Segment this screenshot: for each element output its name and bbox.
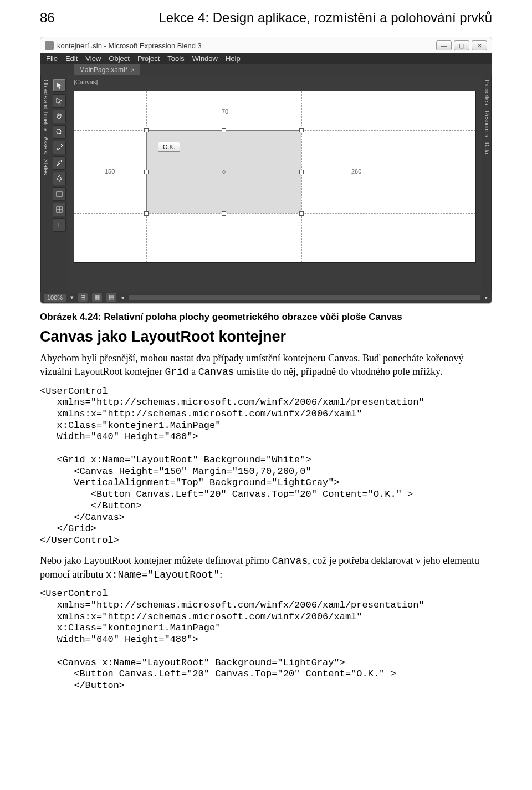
zoom-level[interactable]: 100% — [44, 294, 66, 302]
tool-pan[interactable] — [53, 110, 66, 123]
tool-eyedropper[interactable] — [53, 141, 66, 154]
menu-window[interactable]: Window — [192, 54, 218, 63]
resize-handle[interactable] — [144, 211, 149, 216]
maximize-button[interactable]: ▢ — [454, 40, 469, 50]
breadcrumb[interactable]: [Canvas] — [74, 79, 98, 85]
tool-selection[interactable] — [53, 79, 66, 92]
document-tabs: MainPage.xaml* × — [40, 64, 492, 75]
tool-text[interactable]: T — [53, 218, 66, 232]
text: umístíte do něj, případně do vhodného po… — [234, 366, 442, 377]
svg-line-1 — [60, 133, 63, 135]
page-header: 86 Lekce 4: Design aplikace, rozmístění … — [0, 0, 532, 32]
scroll-left-icon[interactable]: ◂ — [121, 294, 124, 301]
svg-text:T: T — [57, 222, 61, 228]
zoom-chevron-icon[interactable]: ▾ — [70, 294, 74, 301]
view-snap-icon[interactable]: ▤ — [106, 293, 116, 302]
menu-file[interactable]: File — [46, 54, 58, 63]
svg-point-0 — [57, 129, 61, 134]
measure-right: 260 — [351, 168, 361, 175]
paragraph-1: Abychom byli přesnější, mohou nastat dva… — [40, 352, 492, 379]
text: a — [189, 366, 198, 377]
design-surface[interactable]: [Canvas] 150 70 260 O.K. — [68, 75, 482, 292]
view-grid-icon[interactable]: ⊞ — [78, 293, 88, 302]
tab-close-icon[interactable]: × — [131, 67, 134, 73]
panel-data[interactable]: Data — [483, 142, 490, 154]
ok-button[interactable]: O.K. — [158, 142, 180, 152]
tool-brush[interactable] — [53, 156, 66, 170]
menubar: File Edit View Object Project Tools Wind… — [40, 53, 492, 64]
left-panel-strip: Objects and Timeline Assets States — [40, 75, 50, 292]
guide-right — [301, 91, 302, 262]
figure-caption: Obrázek 4.24: Relativní poloha plochy ge… — [40, 312, 492, 323]
tab-label: MainPage.xaml* — [79, 66, 127, 74]
resize-handle[interactable] — [144, 128, 149, 132]
horizontal-scrollbar[interactable] — [129, 295, 480, 300]
inline-code: Canvas — [272, 555, 308, 567]
resize-handle[interactable] — [222, 211, 226, 216]
right-panel-strip: Properties Resources Data — [482, 75, 492, 292]
tool-layout[interactable] — [53, 203, 66, 216]
panel-properties[interactable]: Properties — [483, 80, 490, 105]
close-button[interactable]: ✕ — [472, 40, 487, 50]
code-block-1: <UserControl xmlns="http://schemas.micro… — [40, 386, 492, 547]
tool-direct-select[interactable] — [53, 94, 66, 108]
view-split-icon[interactable]: ▦ — [92, 293, 102, 302]
chapter-title: Lekce 4: Design aplikace, rozmístění a p… — [158, 10, 492, 26]
section-heading: Canvas jako LayoutRoot kontejner — [40, 328, 492, 345]
minimize-button[interactable]: — — [436, 40, 452, 50]
tool-zoom[interactable] — [53, 125, 66, 139]
guide-bottom — [74, 213, 475, 214]
tab-mainpage[interactable]: MainPage.xaml* × — [74, 64, 140, 75]
toolbox: T — [50, 75, 68, 292]
code-block-2: <UserControl xmlns="http://schemas.micro… — [40, 588, 492, 692]
resize-handle[interactable] — [144, 170, 149, 174]
resize-handle[interactable] — [299, 128, 304, 132]
paragraph-2: Nebo jako LayoutRoot kontejner můžete de… — [40, 554, 492, 582]
tool-pen[interactable] — [53, 172, 66, 185]
page-number: 86 — [40, 10, 55, 26]
statusbar: 100% ▾ ⊞ ▦ ▤ ◂ ▸ — [40, 292, 492, 303]
app-screenshot: kontejner1.sln - Microsoft Expression Bl… — [40, 37, 492, 304]
resize-handle[interactable] — [299, 211, 304, 216]
menu-view[interactable]: View — [85, 54, 101, 63]
tool-rectangle[interactable] — [53, 187, 66, 201]
window-title: kontejner1.sln - Microsoft Expression Bl… — [57, 42, 202, 50]
inline-code: Canvas — [198, 366, 234, 378]
artboard[interactable]: 150 70 260 O.K. — [74, 91, 476, 263]
panel-objects-timeline[interactable]: Objects and Timeline — [42, 80, 49, 131]
app-icon — [45, 41, 54, 50]
svg-rect-2 — [57, 192, 62, 196]
menu-tools[interactable]: Tools — [167, 54, 184, 63]
center-point-icon — [222, 170, 226, 174]
text: Nebo jako LayoutRoot kontejner můžete de… — [40, 555, 272, 566]
window-titlebar: kontejner1.sln - Microsoft Expression Bl… — [40, 37, 492, 53]
resize-handle[interactable] — [299, 170, 304, 174]
scroll-right-icon[interactable]: ▸ — [485, 294, 488, 301]
menu-object[interactable]: Object — [109, 54, 130, 63]
app-body: Objects and Timeline Assets States — [40, 75, 492, 292]
resize-handle[interactable] — [222, 128, 226, 132]
panel-resources[interactable]: Resources — [483, 111, 490, 137]
text: : — [219, 569, 222, 580]
inline-code: x:Name="LayoutRoot" — [106, 569, 219, 580]
measure-left: 150 — [105, 168, 115, 175]
menu-edit[interactable]: Edit — [65, 54, 78, 63]
measure-top: 70 — [222, 108, 228, 115]
inline-code: Grid — [165, 366, 188, 378]
panel-states[interactable]: States — [42, 159, 49, 175]
selected-canvas-shape[interactable]: O.K. — [146, 130, 301, 213]
panel-assets[interactable]: Assets — [42, 137, 49, 154]
menu-help[interactable]: Help — [226, 54, 241, 63]
menu-project[interactable]: Project — [137, 54, 160, 63]
